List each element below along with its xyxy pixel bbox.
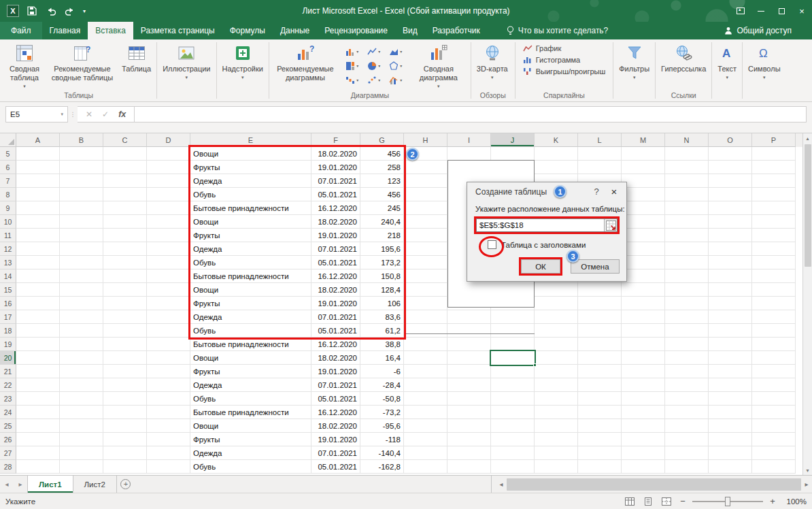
cell-D19[interactable] [147, 338, 190, 351]
cell-N28[interactable] [665, 460, 709, 474]
cell-D13[interactable] [147, 256, 190, 269]
cell-L20[interactable] [578, 351, 622, 365]
ribbon-tab-Данные[interactable]: Данные [273, 22, 317, 39]
cell-H22[interactable] [404, 378, 447, 392]
cell-O9[interactable] [709, 201, 752, 215]
cell-C13[interactable] [103, 256, 147, 269]
cell-O6[interactable] [709, 161, 752, 174]
cell-I27[interactable] [447, 446, 491, 460]
column-header-P[interactable]: P [752, 133, 796, 147]
cell-O21[interactable] [709, 365, 752, 378]
cell-C20[interactable] [103, 351, 147, 365]
cell-E24[interactable]: Бытовые принадлежности [190, 406, 311, 419]
cell-F18[interactable]: 05.01.2021 [311, 324, 360, 338]
cell-C16[interactable] [103, 297, 147, 310]
cell-E26[interactable]: Фрукты [190, 433, 311, 446]
cell-E22[interactable]: Одежда [190, 378, 311, 392]
cell-L6[interactable] [578, 161, 622, 174]
cell-C5[interactable] [103, 147, 147, 161]
cell-J26[interactable] [491, 433, 535, 446]
cell-H24[interactable] [404, 406, 447, 419]
cell-H10[interactable] [404, 215, 447, 229]
cell-F27[interactable]: 07.01.2021 [311, 446, 360, 460]
cell-A6[interactable] [16, 161, 60, 174]
scatter-chart-button[interactable]: ▾ [363, 73, 385, 87]
cell-G11[interactable]: 218 [360, 229, 404, 242]
cell-H6[interactable] [404, 161, 447, 174]
close-icon[interactable]: × [605, 186, 624, 197]
tab-split-handle[interactable] [491, 476, 496, 493]
cell-H27[interactable] [404, 446, 447, 460]
cell-J25[interactable] [491, 419, 535, 433]
cell-E5[interactable]: Овощи [190, 147, 311, 161]
vertical-scrollbar-thumb[interactable] [805, 144, 811, 267]
filters-button[interactable]: Фильтры ▾ [615, 40, 653, 81]
column-header-O[interactable]: O [709, 133, 752, 147]
cell-N24[interactable] [665, 406, 709, 419]
cell-I5[interactable] [447, 147, 491, 161]
cell-C24[interactable] [103, 406, 147, 419]
ribbon-tab-Вид[interactable]: Вид [395, 22, 425, 39]
cell-L24[interactable] [578, 406, 622, 419]
cell-P13[interactable] [752, 256, 796, 269]
pie-chart-button[interactable]: ▾ [363, 59, 385, 73]
cell-I23[interactable] [447, 392, 491, 406]
cell-F16[interactable]: 19.01.2020 [311, 297, 360, 310]
cell-P19[interactable] [752, 338, 796, 351]
zoom-level[interactable]: 100% [782, 497, 807, 506]
row-header-10[interactable]: 10 [0, 215, 16, 229]
column-header-N[interactable]: N [665, 133, 709, 147]
cell-A26[interactable] [16, 433, 60, 446]
cell-K23[interactable] [535, 392, 578, 406]
cell-L16[interactable] [578, 297, 622, 310]
cell-L22[interactable] [578, 378, 622, 392]
cell-A7[interactable] [16, 174, 60, 188]
cell-I18[interactable] [447, 324, 491, 338]
cell-E8[interactable]: Обувь [190, 188, 311, 201]
cell-P17[interactable] [752, 310, 796, 324]
cell-P10[interactable] [752, 215, 796, 229]
cell-N8[interactable] [665, 188, 709, 201]
cell-F15[interactable]: 18.02.2020 [311, 283, 360, 297]
cell-B26[interactable] [60, 433, 103, 446]
cell-J19[interactable] [491, 338, 535, 351]
cell-A5[interactable] [16, 147, 60, 161]
cell-O11[interactable] [709, 229, 752, 242]
cell-C28[interactable] [103, 460, 147, 474]
cell-C23[interactable] [103, 392, 147, 406]
cell-D27[interactable] [147, 446, 190, 460]
pivot-table-button[interactable]: Сводная таблица ▾ [3, 40, 46, 90]
cell-P14[interactable] [752, 269, 796, 283]
cell-M15[interactable] [622, 283, 665, 297]
cell-B13[interactable] [60, 256, 103, 269]
cell-G5[interactable]: 456 [360, 147, 404, 161]
cell-L15[interactable] [578, 283, 622, 297]
cell-N10[interactable] [665, 215, 709, 229]
cell-F26[interactable]: 19.01.2020 [311, 433, 360, 446]
horizontal-scrollbar-thumb[interactable] [507, 478, 801, 491]
cell-G25[interactable]: -95,6 [360, 419, 404, 433]
column-header-B[interactable]: B [60, 133, 103, 147]
cell-P7[interactable] [752, 174, 796, 188]
cell-A13[interactable] [16, 256, 60, 269]
cell-O7[interactable] [709, 174, 752, 188]
cell-E13[interactable]: Обувь [190, 256, 311, 269]
cell-H16[interactable] [404, 297, 447, 310]
cell-E11[interactable]: Фрукты [190, 229, 311, 242]
column-header-K[interactable]: K [535, 133, 578, 147]
ribbon-display-options-icon[interactable] [730, 0, 751, 22]
cell-O28[interactable] [709, 460, 752, 474]
row-header-16[interactable]: 16 [0, 297, 16, 310]
cell-M24[interactable] [622, 406, 665, 419]
hierarchy-chart-button[interactable]: ▾ [341, 59, 363, 73]
row-header-12[interactable]: 12 [0, 242, 16, 256]
cell-B14[interactable] [60, 269, 103, 283]
cell-M20[interactable] [622, 351, 665, 365]
table-button[interactable]: Таблица [118, 40, 154, 75]
cell-E20[interactable]: Овощи [190, 351, 311, 365]
cell-F5[interactable]: 18.02.2020 [311, 147, 360, 161]
name-box-splitter[interactable]: ⋮ [68, 106, 78, 122]
row-header-14[interactable]: 14 [0, 269, 16, 283]
cell-M22[interactable] [622, 378, 665, 392]
formula-input[interactable] [135, 106, 807, 122]
